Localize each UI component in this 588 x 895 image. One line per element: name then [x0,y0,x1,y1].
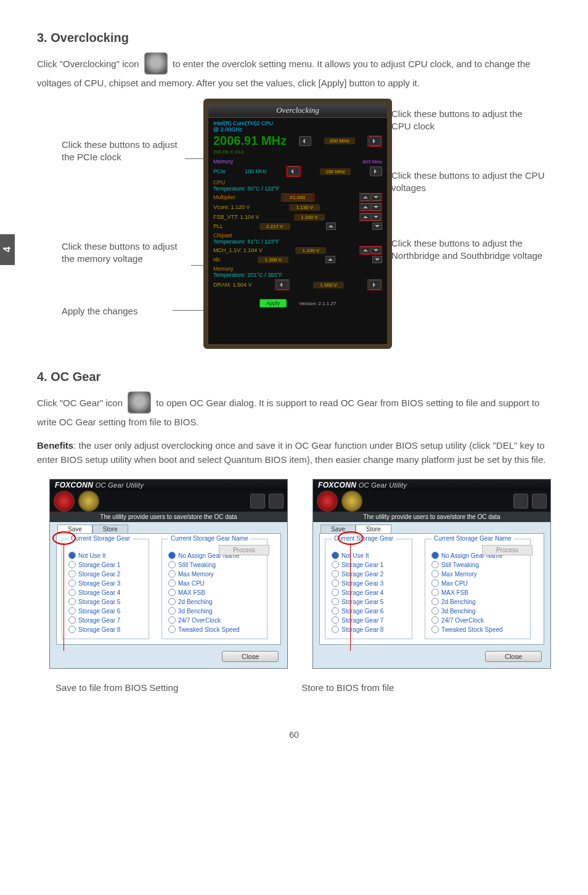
mch-down-button[interactable] [371,247,381,254]
settings-icon[interactable] [250,494,265,509]
radio-gear5-2[interactable]: Storage Gear 5 [341,599,383,605]
vcore-down-button[interactable] [371,203,381,211]
radio-tweaking-2[interactable]: Still Tweaking [441,562,479,568]
mch-label: MCH_1.1V: 1.104 V [213,247,263,253]
radio-2d-2[interactable]: 2d Benching [441,599,476,605]
section-overclocking-paragraph: Click "Overclocking" icon to enter the o… [37,54,551,90]
radio-tweaking[interactable]: Still Tweaking [178,562,216,568]
tab-store[interactable]: Store [92,525,128,533]
oc-para-a: Click "Overclocking" icon [37,59,139,69]
vtt-up-button[interactable] [361,213,370,221]
radio-gear3[interactable]: Storage Gear 3 [78,580,120,587]
vcore-label: Vcore: 1.120 V [213,204,250,210]
caption-save: Save to file from BIOS Setting [55,682,178,693]
process-button[interactable]: Process [219,545,269,555]
brand-text-2: FOXCONN [318,481,356,489]
radio-gear4-2[interactable]: Storage Gear 4 [341,589,383,596]
radio-maxfsb-2[interactable]: MAX FSB [441,589,468,596]
settings-icon-2[interactable] [513,494,528,509]
pll-up-button[interactable] [326,223,336,230]
radio-gear1-2[interactable]: Storage Gear 1 [341,562,383,568]
folder-icon-2[interactable] [532,494,547,509]
vtt-down-button[interactable] [371,213,381,221]
radio-gear2[interactable]: Storage Gear 2 [78,571,120,578]
group2-title: Current Storage Gear Name [168,535,251,542]
mch-value: 1.100 V [295,247,326,254]
pcie-down-button[interactable] [287,166,300,176]
logo-icon-gold [78,491,99,512]
mult-up-button[interactable] [361,194,370,201]
radio-gear4[interactable]: Storage Gear 4 [78,589,120,596]
radio-maxmem-2[interactable]: Max Memory [441,571,477,578]
vtt-label: FSB_VTT: 1.104 V [213,214,259,220]
utility-title: OC Gear Utility [96,481,144,489]
mem-mhz: 803 MHz [362,159,382,165]
group1-title-2: Current Storage Gear [332,535,396,542]
chipset-section: Chipset [213,232,382,239]
version-label: Version: 2.1.1.27 [299,301,336,306]
pll-value: 2.217 V [259,223,290,230]
temp-mem: Temperature: 201°C / 393°F [213,272,382,278]
dialog-legend: The utility provide users to save/store … [50,512,287,522]
mult-down-button[interactable] [371,194,381,201]
temp-cpu: Temperature: 50°C / 122°F [213,186,382,192]
logo-icon-red [54,491,75,512]
radio-gear6-2[interactable]: Storage Gear 6 [341,608,383,615]
pcie-label: PCIe [213,168,226,174]
pll-label: PLL [213,223,223,229]
radio-3d[interactable]: 3d Benching [178,608,213,615]
nb-label: nb: [213,256,221,263]
apply-button[interactable]: Apply [259,299,287,308]
radio-3d-2[interactable]: 3d Benching [441,608,476,615]
nb-down-button[interactable] [372,256,382,263]
fsb-down-button[interactable] [299,136,311,146]
tab-save[interactable]: Save [57,525,92,533]
group1-title: Current Storage Gear [68,535,133,542]
dialog-legend-2: The utility provide users to save/store … [313,512,550,522]
mch-up-button[interactable] [361,247,370,254]
radio-tweaked-2[interactable]: Tweaked Stock Speed [441,626,503,633]
tab-store-2[interactable]: Store [356,525,391,533]
logo-icon-red-2 [317,491,338,512]
radio-maxmem[interactable]: Max Memory [178,571,214,578]
close-button-2[interactable]: Close [485,651,542,662]
radio-maxcpu-2[interactable]: Max CPU [441,580,468,587]
radio-maxfsb[interactable]: MAX FSB [178,589,205,596]
radio-gear7[interactable]: Storage Gear 7 [78,617,120,624]
benefits-label: Benefits [37,440,73,451]
fsb-up-button[interactable] [369,136,381,146]
dram-value: 1.500 V [313,282,344,288]
callout-cpu: Click these buttons to adjust the CPU cl… [391,108,533,132]
page-number: 60 [37,730,551,740]
radio-gear3-2[interactable]: Storage Gear 3 [341,580,383,587]
pcie-up-button[interactable] [370,166,382,176]
cpu-name: Intel(R) Core(TM)2 CPU [213,120,382,126]
vcore-up-button[interactable] [361,203,370,211]
dram-right-button[interactable] [369,280,381,290]
ocgear-para-a: Click "OC Gear" icon [37,398,123,408]
dram-left-button[interactable] [276,280,288,290]
radio-gear6[interactable]: Storage Gear 6 [78,608,120,615]
radio-not-use-2[interactable]: Not Use It [341,552,369,559]
folder-icon[interactable] [269,494,284,509]
radio-maxcpu[interactable]: Max CPU [178,580,205,587]
close-button[interactable]: Close [222,651,279,662]
tab-save-2[interactable]: Save [321,525,356,533]
radio-tweaked[interactable]: Tweaked Stock Speed [178,626,240,633]
radio-gear2-2[interactable]: Storage Gear 2 [341,571,383,578]
section-ocgear-title: 4. OC Gear [37,370,551,384]
radio-not-use[interactable]: Not Use It [78,552,105,559]
radio-gear7-2[interactable]: Storage Gear 7 [341,617,383,624]
process-button-2[interactable]: Process [482,545,533,555]
radio-gear5[interactable]: Storage Gear 5 [78,599,120,605]
radio-247[interactable]: 24/7 OverClock [178,617,221,624]
pll-down-button[interactable] [372,223,382,230]
radio-247-2[interactable]: 24/7 OverClock [441,617,484,624]
nb-up-button[interactable] [325,256,335,263]
radio-gear8-2[interactable]: Storage Gear 8 [341,626,383,633]
callout-apply: Apply the changes [62,305,137,317]
radio-2d[interactable]: 2d Benching [178,599,213,605]
radio-gear1[interactable]: Storage Gear 1 [78,562,120,568]
pcie-value: 100 MHz [245,168,267,174]
radio-gear8[interactable]: Storage Gear 8 [78,626,120,633]
